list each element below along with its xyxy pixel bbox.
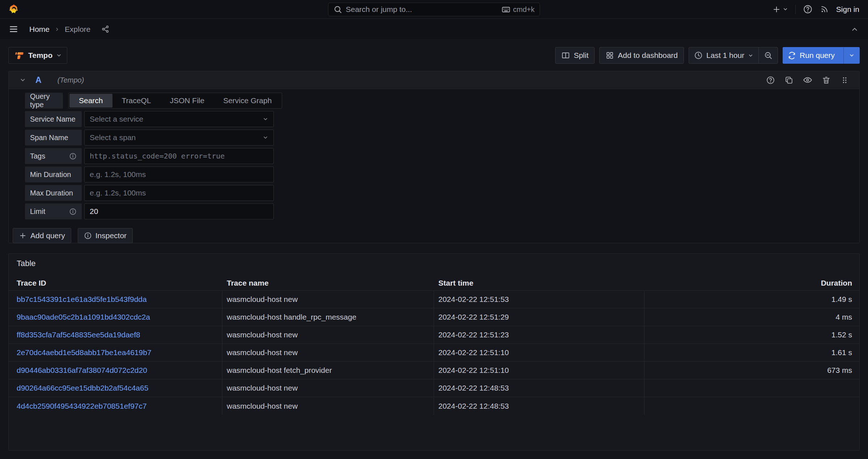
chevron-down-icon[interactable]: [20, 77, 26, 83]
breadcrumb-home[interactable]: Home: [29, 25, 50, 34]
help-icon[interactable]: [766, 76, 775, 85]
column-header-start-time[interactable]: Start time: [434, 275, 644, 290]
add-to-dashboard-button[interactable]: Add to dashboard: [599, 47, 684, 64]
field-label: Service Name: [25, 111, 82, 127]
start-time-cell: 2024-02-22 12:51:10: [434, 344, 644, 361]
table-panel: Table Trace IDTrace nameStart timeDurati…: [8, 253, 860, 451]
field-label-text: Limit: [30, 207, 45, 216]
split-button[interactable]: Split: [555, 47, 595, 64]
trace-name-cell: wasmcloud-host handle_rpc_message: [222, 308, 434, 326]
collapse-section-icon[interactable]: [851, 25, 859, 33]
toolbar-actions: Split Add to dashboard Last 1 hour: [555, 47, 860, 64]
datasource-picker[interactable]: Tempo: [8, 47, 67, 64]
query-row-header[interactable]: A (Tempo): [9, 71, 859, 89]
input-limit[interactable]: 20: [84, 203, 274, 219]
trace-id-link[interactable]: 9baac90ade05c2b1a1091bd4302cdc2a: [17, 313, 150, 321]
column-header-trace-id[interactable]: Trace ID: [9, 275, 222, 290]
field-placeholder: http.status_code=200 error=true: [90, 152, 225, 160]
column-header-trace-name[interactable]: Trace name: [222, 275, 434, 290]
column-header-duration[interactable]: Duration: [644, 275, 859, 290]
breadcrumb: Home Explore: [29, 25, 110, 34]
clock-icon: [694, 51, 703, 60]
chevron-right-icon: [55, 27, 60, 32]
drag-handle-icon[interactable]: [840, 76, 849, 85]
tab-json-file[interactable]: JSON File: [160, 94, 214, 108]
time-range-picker[interactable]: Last 1 hour: [689, 47, 758, 63]
input-min-duration[interactable]: e.g. 1.2s, 100ms: [84, 167, 274, 182]
help-icon[interactable]: [803, 4, 813, 14]
duration-cell: 4 ms: [644, 308, 859, 326]
chevron-down-icon: [263, 135, 268, 140]
info-icon: [69, 208, 77, 215]
trash-icon[interactable]: [822, 76, 831, 85]
duration-cell: 1.49 s: [644, 291, 859, 308]
news-icon[interactable]: [820, 5, 829, 14]
duration-cell: [644, 397, 859, 415]
results-table: Trace IDTrace nameStart timeDuration bb7…: [9, 275, 859, 415]
trace-id-link[interactable]: bb7c1543391c1e61a3d5fe1b543f9dda: [17, 295, 147, 304]
grafana-logo-icon[interactable]: [8, 3, 20, 16]
inspector-button[interactable]: Inspector: [78, 228, 133, 243]
trace-name-cell: wasmcloud-host fetch_provider: [222, 362, 434, 379]
info-icon: [84, 232, 92, 240]
menu-toggle-icon[interactable]: [9, 24, 18, 34]
sign-in-link[interactable]: Sign in: [836, 5, 859, 14]
global-search-input[interactable]: Search or jump to... cmd+k: [328, 3, 540, 16]
run-query-options-button[interactable]: [843, 47, 860, 64]
trace-id-cell: ff8d353cfa7af5c48835ee5da19daef8: [9, 326, 222, 344]
breadcrumb-current: Explore: [65, 25, 90, 34]
start-time-cell: 2024-02-22 12:51:23: [434, 326, 644, 344]
search-icon: [333, 5, 342, 14]
input-max-duration[interactable]: e.g. 1.2s, 100ms: [84, 185, 274, 201]
query-buttons-row: Add query Inspector: [13, 228, 859, 243]
table-row: d90446ab03316af7af38074d072c2d20wasmclou…: [9, 362, 859, 379]
search-shortcut: cmd+k: [502, 5, 535, 14]
plus-icon: [19, 232, 27, 240]
new-menu-button[interactable]: [772, 5, 788, 14]
field-label-text: Span Name: [30, 134, 68, 142]
run-query-split-button: Run query: [783, 47, 860, 64]
field-placeholder: e.g. 1.2s, 100ms: [90, 189, 146, 197]
table-row: bb7c1543391c1e61a3d5fe1b543f9ddawasmclou…: [9, 291, 859, 308]
add-query-button[interactable]: Add query: [13, 228, 71, 243]
run-query-button[interactable]: Run query: [783, 47, 840, 64]
trace-name-cell: wasmcloud-host new: [222, 397, 434, 415]
start-time-cell: 2024-02-22 12:48:53: [434, 379, 644, 397]
copy-icon[interactable]: [784, 76, 793, 85]
form-row-min-duration: Min Duratione.g. 1.2s, 100ms: [25, 167, 859, 182]
eye-icon[interactable]: [803, 75, 812, 85]
zoom-out-icon: [764, 51, 773, 60]
top-right-controls: Sign in: [772, 4, 859, 14]
breadcrumb-bar: Home Explore: [0, 19, 868, 40]
tab-traceql[interactable]: TraceQL: [112, 94, 161, 108]
select-service-name[interactable]: Select a service: [84, 111, 274, 127]
trace-id-cell: bb7c1543391c1e61a3d5fe1b543f9dda: [9, 291, 222, 308]
form-row-max-duration: Max Duratione.g. 1.2s, 100ms: [25, 185, 859, 201]
form-row-tags: Tagshttp.status_code=200 error=true: [25, 148, 859, 164]
select-span-name[interactable]: Select a span: [84, 130, 274, 146]
trace-id-link[interactable]: 2e70dc4aebd1e5d8abb17be1ea4619b7: [17, 348, 152, 357]
trace-id-link[interactable]: d90446ab03316af7af38074d072c2d20: [17, 366, 147, 375]
tab-service-graph[interactable]: Service Graph: [214, 94, 281, 108]
trace-name-cell: wasmcloud-host new: [222, 326, 434, 344]
query-row-actions: [766, 75, 849, 85]
tab-search[interactable]: Search: [69, 94, 112, 108]
query-ref-id: A: [35, 75, 42, 85]
table-row: 9baac90ade05c2b1a1091bd4302cdc2awasmclou…: [9, 308, 859, 326]
trace-id-link[interactable]: d90264a66cc95ee15dbb2b2af54c4a65: [17, 384, 148, 392]
duration-cell: [644, 379, 859, 397]
trace-id-link[interactable]: 4d4cb2590f495434922eb70851ef97c7: [17, 402, 147, 410]
field-label: Tags: [25, 148, 82, 164]
datasource-name: Tempo: [28, 51, 52, 60]
zoom-out-time-button[interactable]: [758, 47, 778, 63]
input-tags[interactable]: http.status_code=200 error=true: [84, 148, 274, 164]
start-time-cell: 2024-02-22 12:48:53: [434, 397, 644, 415]
duration-cell: 673 ms: [644, 362, 859, 379]
field-label-text: Min Duration: [30, 170, 71, 179]
panel-title: Table: [9, 254, 859, 268]
share-icon[interactable]: [101, 25, 110, 33]
trace-id-link[interactable]: ff8d353cfa7af5c48835ee5da19daef8: [17, 330, 140, 339]
field-label: Limit: [25, 203, 82, 219]
form-row-service-name: Service NameSelect a service: [25, 111, 859, 127]
form-row-limit: Limit20: [25, 203, 859, 219]
